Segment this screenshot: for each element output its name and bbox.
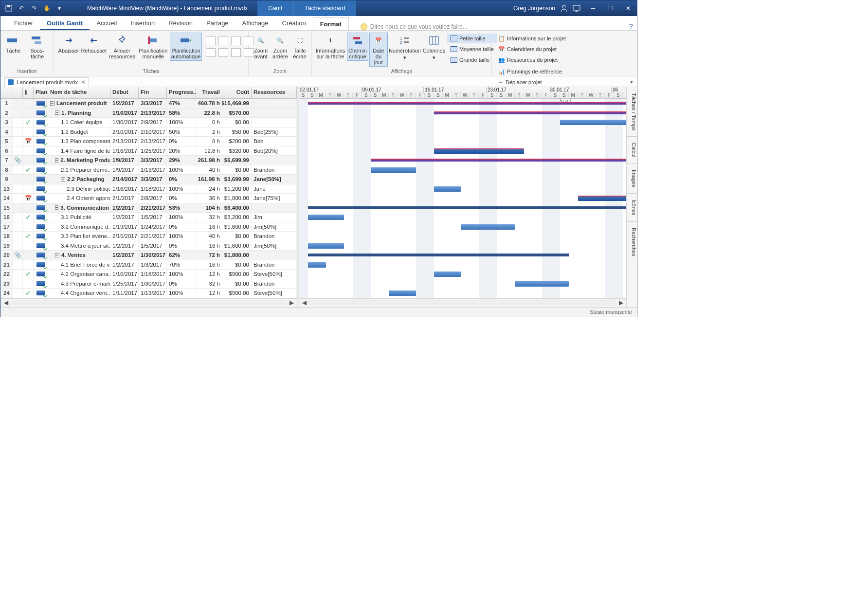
tab-affichage[interactable]: Affichage (235, 17, 275, 30)
table-row[interactable]: 173.2 Communiqué d...1/19/20171/24/20170… (0, 222, 297, 232)
tab-accueil[interactable]: Accueil (90, 17, 124, 30)
indicator-col-icon[interactable]: ℹ (23, 87, 34, 98)
btn-planif-manuelle[interactable]: Planification manuelle (138, 33, 169, 61)
recurring-icon[interactable] (218, 48, 228, 57)
col-plan[interactable]: Plan... (34, 87, 48, 98)
task-name-cell[interactable]: 4.3 Préparer e-mailing (48, 279, 110, 289)
btn-planif-auto[interactable]: Planification automatique (170, 33, 202, 61)
summary-bar[interactable] (371, 159, 626, 162)
task-name-cell[interactable]: 3.4 Mettre à jour sit... (48, 241, 110, 251)
tab-menu-icon[interactable]: ▾ (626, 78, 637, 85)
table-row[interactable]: 5📅1.3 Plan composants2/13/20172/13/20170… (0, 137, 297, 146)
btn-rehausser[interactable]: Rehausser (81, 33, 107, 55)
side-tab-images[interactable]: Images (627, 164, 637, 194)
col-progress[interactable]: Progress... (167, 87, 196, 98)
task-bar[interactable] (434, 186, 461, 192)
collapse-icon[interactable]: − (61, 177, 65, 182)
table-row[interactable]: 61.4 Faire ligne de te...1/16/20171/25/2… (0, 146, 297, 156)
btn-calendriers[interactable]: 📅Calendriers du projet (495, 44, 569, 54)
btn-colonnes[interactable]: Colonnes▾ (422, 33, 446, 62)
col-fin[interactable]: Fin (139, 87, 167, 98)
btn-info-projet[interactable]: 📋Informations sur le projet (495, 34, 569, 43)
btn-info-tache[interactable]: ℹInformations sur la tâche (315, 33, 346, 61)
table-row[interactable]: 16✓3.1 Publicité1/2/20171/5/2017100%32 h… (0, 213, 297, 222)
col-ressources[interactable]: Ressources (252, 87, 297, 98)
task-name-cell[interactable]: 3.3 Planifier évène... (48, 232, 110, 241)
collapse-icon[interactable]: − (55, 253, 59, 257)
task-name-cell[interactable]: 1.2 Budget (48, 127, 110, 137)
btn-date-jour[interactable]: 📅Date du jour (369, 33, 388, 67)
scroll-right-icon[interactable]: ▶ (288, 299, 295, 306)
col-travail[interactable]: Travail (196, 87, 222, 98)
table-row[interactable]: 214.1 Brief Force de v...1/2/20171/3/201… (0, 260, 297, 270)
table-row[interactable]: 8✓2.1 Préparer démo...1/9/20171/13/20171… (0, 165, 297, 175)
tell-me-search[interactable]: Dites-nous ce que vous voulez faire... (349, 23, 625, 30)
table-row[interactable]: 41.2 Budget2/10/20172/10/201750%2 h$50.0… (0, 127, 297, 137)
status-text[interactable]: Saisie manuscrite (590, 309, 632, 315)
task-bar[interactable] (560, 120, 627, 125)
table-row[interactable]: 22✓4.2 Organiser cana...1/16/20171/18/20… (0, 270, 297, 279)
tab-insertion[interactable]: Insertion (124, 17, 162, 30)
btn-allouer-ressources[interactable]: Allouer ressources (108, 33, 137, 61)
table-row[interactable]: 9−2.2 Packaging2/14/20173/3/20170%161.98… (0, 175, 297, 184)
redo-icon[interactable]: ↷ (30, 4, 38, 13)
tab-fichier[interactable]: Fichier (7, 17, 40, 30)
table-row[interactable]: 24✓4.4 Organiser vent...1/11/20171/13/20… (0, 289, 297, 298)
split-task-icon[interactable] (231, 36, 241, 45)
side-tab-recherches[interactable]: Recherches (627, 222, 637, 263)
btn-grande-taille[interactable]: Grande taille (447, 55, 497, 65)
table-row[interactable]: 20📎−4. Ventes1/2/20171/30/201762%72 h$1,… (0, 251, 297, 260)
task-bar[interactable] (308, 215, 344, 220)
col-cout[interactable]: Coût (222, 87, 252, 98)
side-tab-taches[interactable]: Tâches / Temps (627, 87, 637, 137)
link-tasks-icon[interactable] (206, 36, 216, 45)
tab-creation[interactable]: Création (275, 17, 313, 30)
unlink-tasks-icon[interactable] (218, 36, 228, 45)
task-name-cell[interactable]: −3. Communication (48, 203, 110, 213)
btn-abaisser[interactable]: Abaisser (57, 33, 80, 55)
table-row[interactable]: 3✓1.1 Créer équipe1/30/20172/9/2017100%0… (0, 118, 297, 127)
task-name-cell[interactable]: 1.4 Faire ligne de te... (48, 146, 110, 156)
task-bar[interactable] (515, 281, 569, 287)
tab-format[interactable]: Format (313, 17, 349, 30)
summary-bar[interactable] (308, 254, 569, 256)
task-name-cell[interactable]: 3.2 Communiqué d... (48, 222, 110, 232)
task-name-cell[interactable]: 4.4 Organiser vent... (48, 289, 110, 298)
task-bar[interactable] (389, 290, 416, 296)
close-tab-icon[interactable]: ✕ (81, 79, 86, 86)
task-bar[interactable] (308, 262, 326, 268)
task-name-cell[interactable]: 2.1 Préparer démo... (48, 165, 110, 175)
task-name-cell[interactable]: 1.3 Plan composants (48, 137, 110, 146)
task-name-cell[interactable]: −2. Marketing Produit (48, 156, 110, 165)
scroll-left-icon[interactable]: ◀ (301, 299, 307, 306)
task-name-cell[interactable]: 2.3 Définir politique... (48, 184, 110, 194)
table-row[interactable]: 234.3 Préparer e-mailing1/25/20171/30/20… (0, 279, 297, 289)
btn-ressources-projet[interactable]: 👥Ressources du projet (495, 55, 569, 65)
grid-hscroll[interactable]: ◀ ▶ (0, 298, 297, 307)
minimize-button[interactable]: ─ (584, 0, 602, 16)
table-row[interactable]: 132.3 Définir politique...1/16/20171/18/… (0, 184, 297, 194)
close-button[interactable]: ✕ (619, 0, 637, 16)
task-bar[interactable] (434, 148, 524, 154)
tab-outils-gantt[interactable]: Outils Gantt (40, 17, 90, 30)
task-name-cell[interactable]: −4. Ventes (48, 251, 110, 260)
task-name-cell[interactable]: 4.2 Organiser cana... (48, 270, 110, 279)
btn-zoom-avant[interactable]: 🔍Zoom avant (252, 33, 270, 61)
summary-bar[interactable] (434, 111, 627, 114)
summary-bar[interactable] (308, 206, 627, 209)
table-row[interactable]: 18✓3.3 Planifier évène...2/15/20172/21/2… (0, 232, 297, 241)
task-name-cell[interactable]: 2.4 Obtenir approba... (48, 194, 110, 203)
task-name-cell[interactable]: 1.1 Créer équipe (48, 118, 110, 127)
btn-chemin-critique[interactable]: Chemin critique (347, 33, 368, 61)
collapse-icon[interactable]: − (55, 158, 58, 163)
collapse-icon[interactable]: − (50, 101, 54, 106)
maximize-button[interactable]: ☐ (602, 0, 619, 16)
present-icon[interactable] (573, 5, 580, 12)
col-debut[interactable]: Début (110, 87, 139, 98)
tab-partage[interactable]: Partage (199, 17, 235, 30)
touch-mode-icon[interactable]: ✋ (42, 4, 51, 13)
tab-revision[interactable]: Révision (162, 17, 199, 30)
doc-tab[interactable]: Lancement produit.mvdx ✕ (4, 77, 89, 87)
gantt-hscroll[interactable]: ◀ ▶ (299, 298, 626, 307)
btn-moyenne-taille[interactable]: Moyenne taille (447, 44, 497, 54)
